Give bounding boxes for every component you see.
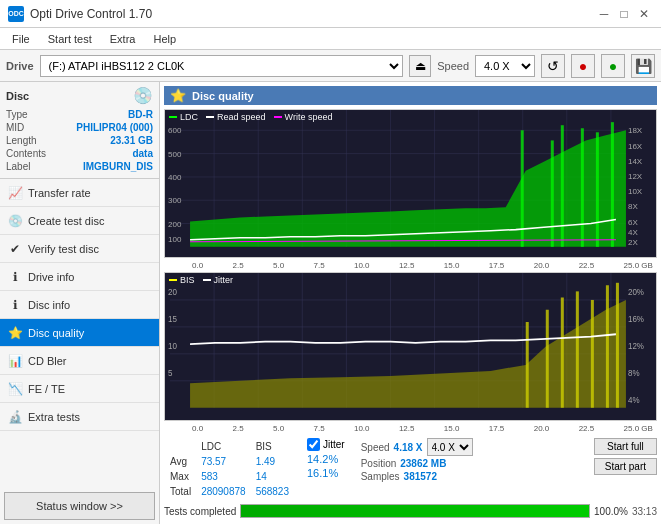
refresh-button[interactable]: ↺ <box>541 54 565 78</box>
drive-select[interactable]: (F:) ATAPI iHBS112 2 CL0K <box>40 55 404 77</box>
titlebar: ODC Opti Drive Control 1.70 ─ □ ✕ <box>0 0 661 28</box>
svg-text:20%: 20% <box>628 286 644 297</box>
red-icon-button[interactable]: ● <box>571 54 595 78</box>
svg-text:12X: 12X <box>628 172 643 181</box>
speed-value: 4.18 X <box>394 442 423 453</box>
bis-legend-dot <box>169 279 177 281</box>
content-area: ⭐ Disc quality LDC Read speed Wr <box>160 82 661 524</box>
svg-text:4X: 4X <box>628 228 638 237</box>
svg-text:2X: 2X <box>628 238 638 247</box>
max-jitter: 16.1% <box>307 467 338 479</box>
progress-time: 33:13 <box>632 506 657 517</box>
sidebar-item-transfer-rate[interactable]: 📈 Transfer rate <box>0 179 159 207</box>
svg-rect-63 <box>526 322 529 408</box>
svg-text:10X: 10X <box>628 187 643 196</box>
eject-button[interactable]: ⏏ <box>409 55 431 77</box>
position-row: Position 23862 MB <box>361 458 473 469</box>
svg-text:4%: 4% <box>628 394 640 405</box>
samples-value: 381572 <box>404 471 437 482</box>
drive-info-icon: ℹ <box>8 270 22 284</box>
total-label: Total <box>166 485 195 498</box>
sidebar-item-fe-te[interactable]: 📉 FE / TE <box>0 375 159 403</box>
drive-label: Drive <box>6 60 34 72</box>
disc-label-label: Label <box>6 161 30 172</box>
cd-bler-icon: 📊 <box>8 354 22 368</box>
transfer-rate-label: Transfer rate <box>28 187 91 199</box>
speed-target-select[interactable]: 4.0 X <box>427 438 473 456</box>
top-chart-x-axis: 0.0 2.5 5.0 7.5 10.0 12.5 15.0 17.5 20.0… <box>164 259 657 271</box>
stats-area: LDC BIS Avg 73.57 1.49 Max 583 14 Total … <box>164 436 657 502</box>
menu-start-test[interactable]: Start test <box>40 31 100 47</box>
start-part-button[interactable]: Start part <box>594 458 657 475</box>
create-test-icon: 💿 <box>8 214 22 228</box>
fe-te-icon: 📉 <box>8 382 22 396</box>
close-button[interactable]: ✕ <box>635 5 653 23</box>
sidebar-item-drive-info[interactable]: ℹ Drive info <box>0 263 159 291</box>
svg-text:12%: 12% <box>628 340 644 351</box>
svg-rect-68 <box>606 285 609 408</box>
create-test-label: Create test disc <box>28 215 104 227</box>
menu-file[interactable]: File <box>4 31 38 47</box>
svg-rect-33 <box>551 140 554 246</box>
drive-info-label: Drive info <box>28 271 74 283</box>
sidebar-item-verify-test-disc[interactable]: ✔ Verify test disc <box>0 235 159 263</box>
jitter-legend-dot <box>203 279 211 281</box>
jitter-legend: Jitter <box>203 275 234 285</box>
position-label: Position <box>361 458 397 469</box>
disc-info-icon: ℹ <box>8 298 22 312</box>
contents-value: data <box>132 148 153 159</box>
speed-select[interactable]: 4.0 X <box>475 55 535 77</box>
disc-quality-header-icon: ⭐ <box>170 88 186 103</box>
cd-bler-label: CD Bler <box>28 355 67 367</box>
main-layout: Disc 💿 Type BD-R MID PHILIPR04 (000) Len… <box>0 82 661 524</box>
svg-text:8%: 8% <box>628 367 640 378</box>
window-controls: ─ □ ✕ <box>595 5 653 23</box>
menu-extra[interactable]: Extra <box>102 31 144 47</box>
menu-help[interactable]: Help <box>145 31 184 47</box>
svg-text:14X: 14X <box>628 157 643 166</box>
save-button[interactable]: 💾 <box>631 54 655 78</box>
contents-label: Contents <box>6 148 46 159</box>
sidebar-item-cd-bler[interactable]: 📊 CD Bler <box>0 347 159 375</box>
speed-label: Speed <box>437 60 469 72</box>
titlebar-left: ODC Opti Drive Control 1.70 <box>8 6 152 22</box>
read-speed-legend: Read speed <box>206 112 266 122</box>
ldc-col-header: LDC <box>197 440 250 453</box>
disc-mid-row: MID PHILIPR04 (000) <box>6 122 153 133</box>
app-icon: ODC <box>8 6 24 22</box>
ldc-legend-dot <box>169 116 177 118</box>
start-full-button[interactable]: Start full <box>594 438 657 455</box>
svg-rect-36 <box>596 132 599 247</box>
sidebar-item-extra-tests[interactable]: 🔬 Extra tests <box>0 403 159 431</box>
write-speed-legend: Write speed <box>274 112 333 122</box>
svg-text:16%: 16% <box>628 313 644 324</box>
sidebar-item-disc-quality[interactable]: ⭐ Disc quality <box>0 319 159 347</box>
total-bis: 568823 <box>252 485 293 498</box>
svg-rect-64 <box>546 310 549 408</box>
svg-text:100: 100 <box>168 235 182 244</box>
sidebar-item-create-test-disc[interactable]: 💿 Create test disc <box>0 207 159 235</box>
svg-text:20: 20 <box>168 286 177 297</box>
max-bis: 14 <box>252 470 293 483</box>
speed-txt-label: Speed <box>361 442 390 453</box>
svg-text:600: 600 <box>168 126 182 135</box>
svg-text:10: 10 <box>168 340 177 351</box>
green-icon-button[interactable]: ● <box>601 54 625 78</box>
minimize-button[interactable]: ─ <box>595 5 613 23</box>
extra-tests-icon: 🔬 <box>8 410 22 424</box>
progress-pct: 100.0% <box>594 506 628 517</box>
disc-contents-row: Contents data <box>6 148 153 159</box>
disc-title: Disc <box>6 90 29 102</box>
svg-text:500: 500 <box>168 150 182 159</box>
bottom-chart-panel: BIS Jitter <box>164 272 657 421</box>
nav-items: 📈 Transfer rate 💿 Create test disc ✔ Ver… <box>0 179 159 488</box>
svg-rect-69 <box>616 283 619 408</box>
svg-text:200: 200 <box>168 220 182 229</box>
status-window-button[interactable]: Status window >> <box>4 492 155 520</box>
length-value: 23.31 GB <box>110 135 153 146</box>
type-value: BD-R <box>128 109 153 120</box>
sidebar-item-disc-info[interactable]: ℹ Disc info <box>0 291 159 319</box>
jitter-checkbox[interactable] <box>307 438 320 451</box>
progress-bar <box>241 505 589 517</box>
maximize-button[interactable]: □ <box>615 5 633 23</box>
